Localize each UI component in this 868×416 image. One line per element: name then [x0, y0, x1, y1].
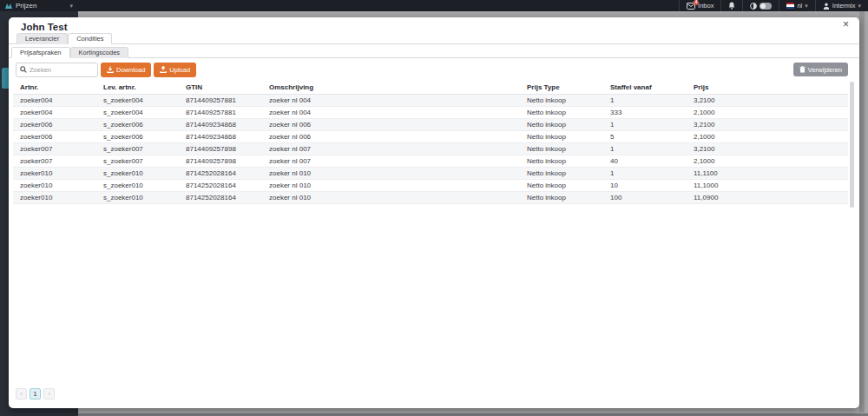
table-cell: 8714252028164	[179, 180, 262, 192]
table-cell: 1	[603, 119, 687, 131]
search-input[interactable]	[30, 66, 94, 74]
app-menu-label: Prijzen	[16, 2, 36, 10]
column-header-lev-artnr[interactable]: Lev. artnr.	[96, 81, 179, 95]
language-dropdown[interactable]: nl ▾	[779, 0, 814, 11]
column-header-prijs-type[interactable]: Prijs Type	[520, 81, 603, 95]
download-label: Download	[116, 66, 145, 74]
table-cell: zoeker nl 004	[262, 95, 520, 107]
column-header-gtin[interactable]: GTIN	[179, 81, 262, 95]
envelope-icon: 4	[687, 3, 695, 10]
table-cell: Netto inkoop	[520, 180, 603, 192]
table-cell: 8714409257881	[179, 95, 262, 107]
app-logo-icon	[5, 3, 12, 10]
table-cell: zoeker nl 006	[262, 131, 520, 143]
close-icon[interactable]: ×	[843, 19, 849, 30]
vertical-scrollbar[interactable]	[859, 11, 865, 413]
table-cell: Netto inkoop	[520, 131, 603, 143]
table-row[interactable]: zoeker007s_zoeker0078714409257898zoeker …	[13, 155, 848, 168]
table-scrollbar-thumb[interactable]	[850, 82, 854, 208]
table-cell: s_zoeker010	[96, 168, 179, 180]
table-cell: s_zoeker007	[96, 155, 179, 168]
theme-toggle[interactable]	[760, 3, 772, 10]
table-cell: 1	[603, 168, 687, 180]
table-row[interactable]: zoeker004s_zoeker0048714409257881zoeker …	[13, 95, 848, 107]
table-cell: 2,1000	[687, 155, 848, 168]
table-cell: 11,1000	[687, 180, 848, 192]
tab-leverancier[interactable]: Leverancier	[16, 33, 68, 44]
table-cell: zoeker006	[13, 119, 96, 131]
table-row[interactable]: zoeker010s_zoeker0108714252028164zoeker …	[13, 192, 848, 204]
download-icon	[107, 66, 114, 73]
table-cell: zoeker007	[13, 143, 96, 155]
price-table-body: zoeker004s_zoeker0048714409257881zoeker …	[13, 95, 848, 204]
table-row[interactable]: zoeker007s_zoeker0078714409257898zoeker …	[13, 143, 848, 155]
person-icon	[823, 3, 830, 10]
table-row[interactable]: zoeker006s_zoeker0068714409234868zoeker …	[13, 119, 848, 131]
table-cell: Netto inkoop	[520, 192, 603, 204]
table-cell: 3,2100	[687, 119, 848, 131]
table-cell: zoeker006	[13, 131, 96, 143]
table-cell: 8714409234868	[179, 131, 262, 143]
upload-button[interactable]: Upload	[154, 63, 196, 77]
column-header-omschrijving[interactable]: Omschrijving	[262, 81, 520, 95]
table-cell: zoeker010	[13, 168, 96, 180]
column-header-artnr[interactable]: Artnr.	[13, 81, 96, 95]
column-header-staffel-vanaf[interactable]: Staffel vanaf	[603, 81, 687, 95]
table-cell: zoeker nl 007	[262, 155, 520, 168]
table-cell: 40	[603, 155, 687, 168]
inbox-badge: 4	[694, 0, 699, 5]
table-cell: zoeker nl 010	[262, 180, 520, 192]
toggle-knob	[760, 3, 766, 9]
table-header-row: Artnr. Lev. artnr. GTIN Omschrijving Pri…	[13, 81, 848, 95]
table-cell: 8714252028164	[179, 192, 262, 204]
language-code: nl	[797, 2, 802, 10]
table-cell: 3,2100	[687, 143, 848, 155]
delete-button[interactable]: Verwijderen	[793, 63, 848, 76]
upload-icon	[160, 66, 167, 73]
navbar-spacer	[78, 0, 679, 11]
table-cell: zoeker004	[13, 95, 96, 107]
chevron-down-icon: ▾	[69, 3, 73, 9]
table-cell: zoeker nl 010	[262, 192, 520, 204]
theme-toggle-group	[742, 0, 779, 11]
pagination-page-1[interactable]: 1	[30, 388, 41, 399]
chevron-down-icon: ▾	[805, 3, 808, 9]
table-cell: 8714409257881	[179, 107, 262, 119]
detail-modal: John Test × Leverancier Condities Prijsa…	[9, 17, 859, 408]
user-menu-dropdown[interactable]: Intermix ▾	[815, 0, 868, 11]
table-row[interactable]: zoeker010s_zoeker0108714252028164zoeker …	[13, 180, 848, 192]
table-cell: Netto inkoop	[520, 168, 603, 180]
delete-label: Verwijderen	[808, 66, 842, 74]
table-row[interactable]: zoeker010s_zoeker0108714252028164zoeker …	[13, 168, 848, 180]
tab-kortingscodes[interactable]: Kortingscodes	[70, 47, 129, 58]
chevron-down-icon: ▾	[858, 3, 861, 9]
tab-condities[interactable]: Condities	[68, 33, 112, 44]
table-cell: 1	[603, 143, 687, 155]
column-header-prijs[interactable]: Prijs	[687, 81, 848, 95]
table-scrollbar[interactable]	[850, 82, 854, 208]
table-cell: 2,1000	[687, 107, 848, 119]
table-cell: s_zoeker010	[96, 180, 179, 192]
tab-prijsafspraken[interactable]: Prijsafspraken	[11, 47, 70, 58]
download-button[interactable]: Download	[101, 63, 151, 77]
notifications-button[interactable]	[720, 0, 742, 11]
table-cell: 5	[603, 131, 687, 143]
table-cell: zoeker nl 006	[262, 119, 520, 131]
pagination-prev-button[interactable]: ‹	[16, 388, 27, 399]
modal-title: John Test	[21, 22, 67, 32]
table-cell: zoeker nl 010	[262, 168, 520, 180]
table-cell: zoeker nl 007	[262, 143, 520, 155]
inbox-button[interactable]: 4 Inbox	[679, 0, 720, 11]
table-cell: 100	[603, 192, 687, 204]
table-cell: s_zoeker010	[96, 192, 179, 204]
pagination-next-button[interactable]: ›	[43, 388, 55, 399]
table-cell: Netto inkoop	[520, 119, 603, 131]
table-cell: Netto inkoop	[520, 143, 603, 155]
nl-flag-icon	[786, 3, 794, 9]
table-row[interactable]: zoeker006s_zoeker0068714409234868zoeker …	[13, 131, 848, 143]
user-name: Intermix	[832, 2, 856, 10]
sub-tab-bar: Prijsafspraken Kortingscodes	[9, 47, 859, 58]
table-cell: 11,1100	[687, 168, 848, 180]
table-row[interactable]: zoeker004s_zoeker0048714409257881zoeker …	[13, 107, 848, 119]
app-menu-dropdown[interactable]: Prijzen ▾	[0, 0, 78, 11]
